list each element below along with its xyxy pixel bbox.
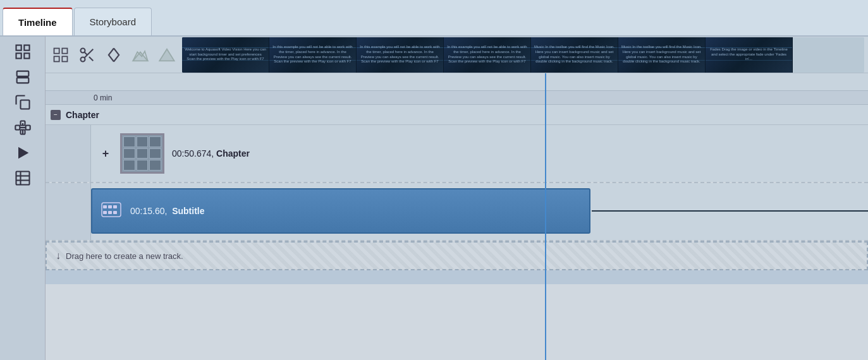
main-container: Welcome to Aquasoft Video Vision Here yo… — [0, 37, 868, 360]
svg-rect-6 — [20, 100, 29, 109]
chapter-clip[interactable]: + — [96, 133, 250, 174]
add-chapter-btn[interactable]: + — [99, 147, 113, 160]
chapter-collapse-btn[interactable]: − — [51, 110, 61, 120]
arrow-line — [592, 210, 868, 212]
thumbnail-text: In this example you will not be able to … — [444, 42, 530, 67]
subtitle-clip-label: 00:15.60, Subtitle — [130, 206, 205, 216]
scissors-tool-icon[interactable] — [76, 44, 99, 66]
svg-line-26 — [89, 56, 93, 60]
tab-timeline-label: Timeline — [18, 17, 57, 28]
mountain-tool-icon[interactable] — [129, 44, 152, 66]
playhead — [545, 73, 546, 360]
nodes-icon[interactable] — [10, 116, 35, 139]
chapter-clip-thumb-inner — [122, 135, 162, 172]
chapter-track-header — [46, 125, 91, 182]
chapter-header: − Chapter — [46, 105, 868, 125]
play-icon[interactable] — [10, 141, 35, 164]
clip-cell — [123, 160, 135, 171]
svg-rect-33 — [113, 205, 117, 208]
svg-point-23 — [81, 48, 85, 52]
clip-cell — [149, 160, 161, 171]
table-icon[interactable] — [10, 167, 35, 189]
subtitle-clip-time: 00:15.60, — [130, 206, 167, 216]
svg-rect-3 — [24, 53, 29, 58]
svg-rect-2 — [16, 53, 21, 58]
chapter-clip-thumb — [120, 133, 164, 174]
thumbnail-item: In this example you will not be able to … — [444, 37, 531, 73]
layers-icon[interactable] — [10, 66, 35, 88]
clip-cell — [123, 136, 135, 147]
tab-bar: Timeline Storyboard — [0, 0, 868, 37]
drag-drop-label: Drag here to create a new track. — [66, 251, 183, 261]
clip-cell — [137, 160, 149, 171]
svg-rect-34 — [103, 211, 107, 214]
clip-cell — [137, 148, 149, 159]
svg-rect-1 — [24, 45, 29, 51]
subtitle-track-header — [46, 183, 91, 240]
chapter-track-content: + — [91, 125, 868, 182]
svg-rect-32 — [108, 205, 112, 208]
svg-rect-0 — [16, 45, 21, 51]
clip-cell — [123, 148, 135, 159]
chapter-clip-label: 00:50.674, Chapter — [172, 148, 250, 159]
svg-rect-4 — [16, 71, 28, 76]
ruler: 1234567891011121314151617181920212223242… — [46, 73, 868, 91]
chapter-header-label: Chapter — [66, 110, 99, 120]
thumbnail-item: In this example you will not be able to … — [357, 37, 444, 73]
svg-rect-15 — [16, 172, 29, 185]
toolbar: Welcome to Aquasoft Video Vision Here yo… — [46, 37, 868, 73]
time-label: 0 min — [46, 91, 868, 105]
chapter-clip-area: + — [91, 125, 868, 182]
thumbnail-item: Welcome to Aquasoft Video Vision Here yo… — [182, 37, 269, 73]
clip-cell — [149, 136, 161, 147]
mountain2-tool-icon[interactable] — [156, 44, 178, 66]
time-value: 0 min — [94, 93, 112, 102]
tracks-area: − Chapter + — [46, 105, 868, 360]
grid-tool-icon[interactable] — [49, 44, 72, 66]
subtitle-clip-name: Subtitle — [172, 206, 204, 216]
thumbnail-text: Music In the toolbar you will find the M… — [618, 42, 705, 67]
svg-rect-30 — [102, 203, 121, 217]
svg-point-24 — [81, 57, 85, 61]
tab-timeline[interactable]: Timeline — [3, 8, 73, 35]
thumbnail-text: Music In the toolbar you will find the M… — [531, 42, 618, 67]
svg-rect-31 — [103, 205, 107, 208]
thumbnail-text: Fades Drag the image or video in the Tim… — [706, 45, 792, 64]
thumbnail-text: In this example you will not be able to … — [269, 42, 356, 67]
thumbnail-item: Music In the toolbar you will find the M… — [531, 37, 618, 73]
subtitle-arrow: ◄ — [592, 188, 868, 234]
subtitle-clip-icon — [101, 202, 121, 220]
svg-rect-7 — [15, 126, 20, 130]
svg-rect-35 — [108, 211, 112, 214]
subtitle-track-content[interactable]: 00:15.60, Subtitle ◄ — [91, 183, 868, 240]
svg-line-27 — [84, 52, 87, 55]
tab-storyboard-label: Storyboard — [90, 16, 136, 27]
bottom-strip — [46, 270, 868, 284]
drag-icon: ↓ — [56, 250, 61, 261]
content-area: Welcome to Aquasoft Video Vision Here yo… — [46, 37, 868, 360]
clip-cell — [149, 148, 161, 159]
thumbnail-item: Fades Drag the image or video in the Tim… — [706, 37, 793, 73]
thumbnail-text: In this example you will not be able to … — [357, 42, 443, 67]
svg-marker-29 — [159, 49, 174, 61]
subtitle-track-row: 00:15.60, Subtitle ◄ — [46, 183, 868, 241]
svg-rect-19 — [54, 48, 59, 53]
svg-rect-21 — [54, 56, 59, 61]
svg-rect-8 — [25, 126, 30, 130]
svg-rect-36 — [113, 211, 117, 214]
split-tool-icon[interactable] — [102, 44, 125, 66]
chapter-track-row: + — [46, 125, 868, 183]
thumbnail-text: Welcome to Aquasoft Video Vision Here yo… — [182, 45, 269, 64]
clip-cell — [137, 136, 149, 147]
svg-rect-22 — [62, 56, 67, 61]
copy-icon[interactable] — [10, 91, 35, 114]
svg-marker-14 — [18, 147, 28, 159]
sidebar — [0, 37, 46, 360]
drag-drop-area[interactable]: ↓ Drag here to create a new track. — [46, 241, 868, 270]
thumbnail-item: In this example you will not be able to … — [269, 37, 357, 73]
tab-storyboard[interactable]: Storyboard — [74, 8, 152, 35]
chapter-clip-time: 00:50.674, — [172, 148, 214, 159]
subtitle-clip[interactable]: 00:15.60, Subtitle — [91, 188, 590, 234]
grid-sidebar-icon[interactable] — [10, 40, 35, 63]
svg-rect-5 — [16, 78, 28, 83]
